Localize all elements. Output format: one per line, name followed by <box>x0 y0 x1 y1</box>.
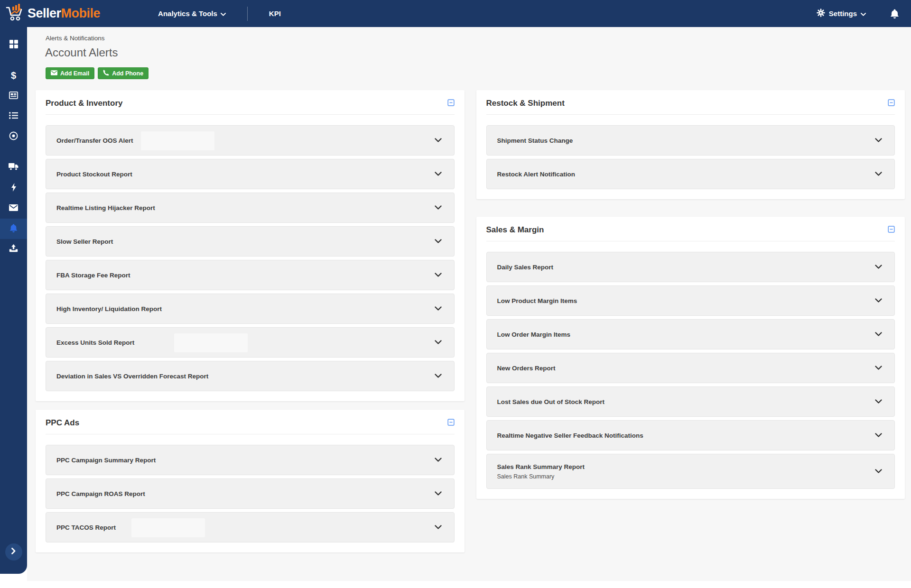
minus-square-icon <box>888 226 895 235</box>
panel-ppc-ads: PPC Ads PPC Campaign Summary Report PPC <box>36 410 465 552</box>
accordion-row[interactable]: PPC TACOS Report <box>46 512 455 542</box>
accordion-label: Product Stockout Report <box>56 171 132 178</box>
accordion-label: Realtime Negative Seller Feedback Notifi… <box>497 432 643 439</box>
chevron-down-icon <box>435 374 442 378</box>
accordion-label: FBA Storage Fee Report <box>56 272 130 279</box>
chevron-down-icon <box>875 399 882 404</box>
sidebar-item-finance[interactable]: $ <box>0 65 27 86</box>
accordion-label: Shipment Status Change <box>497 137 573 144</box>
sidebar-item-alerts[interactable] <box>0 219 27 239</box>
accordion-sublabel: Sales Rank Summary <box>497 473 555 480</box>
panel-product-inventory: Product & Inventory Order/Transfer OOS A… <box>36 90 465 401</box>
collapse-panel-button[interactable] <box>447 99 455 108</box>
chevron-down-icon <box>875 332 882 337</box>
divider <box>486 114 895 115</box>
breadcrumb[interactable]: Alerts & Notifications <box>46 35 105 42</box>
sidebar-item-messages[interactable] <box>0 198 27 219</box>
accordion-label: Restock Alert Notification <box>497 171 576 178</box>
accordion-row[interactable]: Realtime Listing Hijacker Report <box>46 193 455 223</box>
accordion-label: Realtime Listing Hijacker Report <box>56 204 155 211</box>
main-menu: Analytics & Tools KPI <box>158 7 281 21</box>
truck-icon <box>9 163 19 173</box>
bolt-icon <box>11 183 17 193</box>
accordion-row[interactable]: PPC Campaign Summary Report <box>46 445 455 475</box>
accordion-row[interactable]: Low Product Margin Items <box>486 285 895 316</box>
minus-square-icon <box>888 99 895 108</box>
cart-icon <box>6 4 25 24</box>
skeleton-placeholder <box>174 333 248 352</box>
accordion-row[interactable]: Realtime Negative Seller Feedback Notifi… <box>486 420 895 450</box>
panel-title: Restock & Shipment <box>486 99 565 108</box>
accordion-row[interactable]: Lost Sales due Out of Stock Report <box>486 386 895 417</box>
accordion-row[interactable]: Slow Seller Report <box>46 226 455 257</box>
brand-logo[interactable]: SellerMobile <box>6 4 100 24</box>
settings-label: Settings <box>829 9 857 18</box>
envelope-icon <box>51 70 57 77</box>
notifications-bell-icon[interactable] <box>890 9 900 19</box>
main-content: Alerts & Notifications Account Alerts Ad… <box>27 27 911 581</box>
chevron-down-icon <box>435 172 442 176</box>
accordion-row[interactable]: PPC Campaign ROAS Report <box>46 478 455 509</box>
list-icon <box>9 112 18 121</box>
sidebar-item-reports[interactable] <box>0 86 27 106</box>
chevron-down-icon <box>875 433 882 438</box>
chevron-down-icon <box>435 239 442 244</box>
skeleton-placeholder <box>141 131 214 150</box>
sidebar-item-upload[interactable] <box>0 239 27 259</box>
accordion-row[interactable]: Order/Transfer OOS Alert <box>46 125 455 156</box>
dollar-icon: $ <box>11 70 16 81</box>
menu-analytics-label: Analytics & Tools <box>158 9 217 18</box>
divider <box>46 114 455 115</box>
chevron-down-icon <box>861 9 866 18</box>
accordion-row[interactable]: Excess Units Sold Report <box>46 327 455 358</box>
chevron-down-icon <box>221 9 226 18</box>
sidebar-expand-button[interactable] <box>5 543 22 560</box>
settings-menu[interactable]: Settings <box>817 9 866 18</box>
accordion-label: High Inventory/ Liquidation Report <box>56 305 162 312</box>
add-email-button[interactable]: Add Email <box>46 67 94 79</box>
menu-kpi-label: KPI <box>269 9 281 18</box>
divider <box>46 434 455 434</box>
chevron-down-icon <box>435 205 442 210</box>
accordion-row[interactable]: Low Order Margin Items <box>486 319 895 349</box>
sidebar-item-dashboard[interactable] <box>0 35 27 55</box>
accordion-row[interactable]: Sales Rank Summary Report Sales Rank Sum… <box>486 454 895 489</box>
accordion-row[interactable]: Deviation in Sales VS Overridden Forecas… <box>46 361 455 391</box>
chevron-down-icon <box>875 298 882 303</box>
add-phone-button[interactable]: Add Phone <box>98 67 149 79</box>
accordion-row[interactable]: Shipment Status Change <box>486 125 895 156</box>
chevron-down-icon <box>435 491 442 496</box>
accordion-row[interactable]: New Orders Report <box>486 353 895 383</box>
collapse-panel-button[interactable] <box>888 226 895 235</box>
chevron-right-icon <box>11 548 16 556</box>
minus-square-icon <box>447 99 455 108</box>
sidebar-item-targets[interactable] <box>0 127 27 147</box>
accordion-label: PPC Campaign Summary Report <box>56 457 156 464</box>
menu-kpi[interactable]: KPI <box>269 9 281 18</box>
menu-divider <box>247 7 248 21</box>
sidebar-item-automation[interactable] <box>0 178 27 198</box>
accordion-row[interactable]: Product Stockout Report <box>46 159 455 189</box>
accordion-label: Sales Rank Summary Report <box>497 463 585 470</box>
accordion-row[interactable]: Daily Sales Report <box>486 252 895 282</box>
add-email-label: Add Email <box>60 70 89 77</box>
left-sidebar: $ <box>0 27 27 574</box>
accordion-row[interactable]: Restock Alert Notification <box>486 159 895 189</box>
phone-icon <box>103 70 109 77</box>
divider <box>486 241 895 241</box>
sidebar-item-listings[interactable] <box>0 106 27 127</box>
collapse-panel-button[interactable] <box>888 99 895 108</box>
accordion-label: Daily Sales Report <box>497 264 554 271</box>
chevron-down-icon <box>435 138 442 143</box>
menu-analytics-tools[interactable]: Analytics & Tools <box>158 9 226 18</box>
accordion-row[interactable]: High Inventory/ Liquidation Report <box>46 294 455 324</box>
upload-icon <box>9 244 18 254</box>
accordion-label: Low Order Margin Items <box>497 331 571 338</box>
sidebar-item-shipments[interactable] <box>0 157 27 178</box>
accordion-row[interactable]: FBA Storage Fee Report <box>46 260 455 290</box>
accordion-label: PPC Campaign ROAS Report <box>56 490 145 497</box>
chevron-down-icon <box>435 273 442 277</box>
panel-restock-shipment: Restock & Shipment Shipment Status Chang… <box>476 90 905 199</box>
chevron-down-icon <box>435 525 442 530</box>
collapse-panel-button[interactable] <box>447 419 455 428</box>
